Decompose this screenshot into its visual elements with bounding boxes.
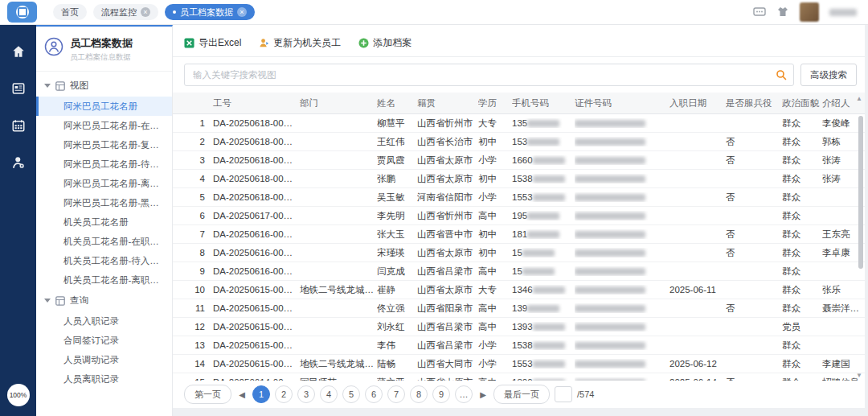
calendar-icon[interactable]: [11, 118, 26, 133]
topbar-tab[interactable]: 员工档案数据 ×: [165, 4, 255, 20]
column-header[interactable]: 入职日期: [669, 97, 726, 109]
cell-name: 柳慧平: [377, 117, 417, 130]
cell-join-date: 2025-06-12: [669, 359, 726, 369]
sidebar-view-item[interactable]: 机关员工花名册: [36, 212, 172, 232]
table-row[interactable]: 1 DA-20250618-00005 柳慧平 山西省忻州市 大专 135 群众…: [173, 114, 865, 133]
column-header[interactable]: 手机号码: [512, 97, 575, 109]
page-number-button[interactable]: 7: [387, 385, 405, 403]
column-header[interactable]: 籍贯: [417, 97, 478, 109]
column-header[interactable]: 姓名: [377, 97, 417, 109]
cell-origin: 山西省吕梁市: [417, 266, 478, 278]
cell-education: 小学: [478, 358, 512, 370]
page-number-button[interactable]: 9: [432, 385, 450, 403]
report-icon[interactable]: [11, 81, 26, 96]
zoom-level-badge[interactable]: 100%: [7, 384, 30, 406]
sidebar-section-header[interactable]: 查询: [36, 290, 172, 311]
scroll-down-icon[interactable]: ▼: [856, 373, 862, 379]
sidebar-view-item[interactable]: 阿米巴员工花名册-在职人员: [36, 116, 172, 135]
topbar-tab[interactable]: 流程监控 ×: [93, 4, 158, 20]
table-row[interactable]: 3 DA-20250618-00003 贾凤霞 山西省太原市 小学 1660 否…: [173, 151, 865, 170]
table-row[interactable]: 13 DA-20250615-00002 李伟 山西省吕梁市 小学 1538 群…: [173, 336, 865, 355]
table-row[interactable]: 7 DA-20250616-00003 张大玉 山西省晋中市 初中 181 否 …: [173, 225, 865, 244]
cell-education: 小学: [478, 154, 512, 167]
cell-cert-number: [575, 377, 669, 381]
next-page-icon[interactable]: ▶: [477, 390, 489, 399]
cell-employee-id: DA-20250618-00001: [205, 192, 297, 202]
tab-close-icon[interactable]: ×: [237, 7, 247, 17]
scroll-up-icon[interactable]: ▲: [856, 96, 862, 102]
sidebar-view-item[interactable]: 人员入职记录: [36, 311, 172, 331]
column-header[interactable]: 工号: [205, 97, 297, 109]
page-number-button[interactable]: 2: [275, 385, 293, 403]
home-icon[interactable]: [11, 44, 26, 59]
page-number-button[interactable]: 3: [297, 385, 315, 403]
table-scrollbar[interactable]: [858, 116, 863, 269]
cell-phone: 1538: [512, 340, 575, 350]
page-number-button[interactable]: 5: [342, 385, 360, 403]
cell-origin: 山西省大同市: [417, 358, 478, 370]
table-row[interactable]: 2 DA-20250618-00004 王红伟 山西省长治市 初中 153 否 …: [173, 133, 865, 151]
add-archive-button[interactable]: 添加档案: [358, 36, 411, 50]
cell-education: 高中: [478, 321, 512, 333]
table-row[interactable]: 14 DA-20250615-00001 地铁二号线龙城公园站 陆畅 山西省大同…: [173, 355, 865, 373]
table-row[interactable]: 6 DA-20250617-00001 李先明 山西省忻州市 高中 195 群众: [173, 207, 865, 225]
sidebar-view-item[interactable]: 阿米巴员工花名册-黑名单人员: [36, 193, 172, 212]
table-row[interactable]: 12 DA-20250615-00003 刘永红 山西省吕梁市 高中 1393 …: [173, 318, 865, 336]
sidebar-view-item[interactable]: 合同签订记录: [36, 331, 172, 350]
sidebar-view-item[interactable]: 阿米巴员工花名册: [36, 97, 172, 116]
column-header[interactable]: 证件号码: [575, 97, 669, 109]
table-row[interactable]: 9 DA-20250616-00001 闫克成 山西省吕梁市 高中 15 群众: [173, 262, 865, 281]
search-icon[interactable]: [776, 69, 787, 80]
table-row[interactable]: 10 DA-20250615-00005 地铁二号线龙城公园站 崔静 山西省太原…: [173, 281, 865, 299]
table-row[interactable]: 8 DA-20250616-00002 宋瑾瑛 山西省太原市 初中 15 否 群…: [173, 244, 865, 262]
page-number-button[interactable]: 4: [320, 385, 338, 403]
avatar[interactable]: [800, 2, 819, 22]
table-row[interactable]: 4 DA-20250618-00002 张鹏 山西省太原市 初中 1538 群众…: [173, 170, 865, 188]
prev-page-icon[interactable]: ◀: [236, 390, 248, 399]
topbar-tab[interactable]: 首页: [53, 4, 87, 20]
sidebar-view-item[interactable]: 阿米巴员工花名册-复职人员: [36, 135, 172, 154]
topbar: 首页 流程监控 × 员工档案数据 ×: [0, 0, 868, 25]
phone-redacted: [522, 268, 555, 275]
update-to-org-employee-button[interactable]: 更新为机关员工: [259, 36, 341, 50]
cell-origin: 河南省信阳市: [417, 192, 478, 204]
user-settings-icon[interactable]: [11, 155, 26, 170]
export-excel-button[interactable]: 导出Excel: [184, 36, 241, 50]
cell-employee-id: DA-20250615-00003: [205, 322, 297, 332]
page-number-button[interactable]: 6: [365, 385, 383, 403]
cell-political-status: 群众: [782, 303, 822, 315]
search-row: 高级搜索: [173, 57, 865, 93]
sidebar-section-header[interactable]: 视图: [36, 75, 172, 97]
table-row[interactable]: 15 DA-20250614-00001 国民师范 薄文亚 山西省太原市 高中 …: [173, 373, 865, 381]
message-icon[interactable]: [753, 6, 766, 19]
sidebar-view-item[interactable]: 机关员工花名册-离职人员: [36, 270, 172, 290]
cell-phone: 1553: [512, 192, 575, 202]
page-number-button[interactable]: …: [455, 385, 473, 403]
last-page-button[interactable]: 最后一页: [493, 385, 550, 404]
page-number-button[interactable]: 1: [252, 385, 270, 403]
sidebar-view-item[interactable]: 机关员工花名册-待入职人员: [36, 251, 172, 270]
cell-cert-number: [575, 229, 669, 239]
first-page-button[interactable]: 第一页: [184, 385, 231, 404]
table-row[interactable]: 5 DA-20250618-00001 吴玉敏 河南省信阳市 小学 1553 否…: [173, 188, 865, 207]
cell-political-status: 群众: [782, 358, 822, 370]
sidebar-view-item[interactable]: 人员调动记录: [36, 350, 172, 369]
theme-icon[interactable]: [776, 6, 789, 19]
page-number-button[interactable]: 8: [410, 385, 428, 403]
sidebar-view-item[interactable]: 人员离职记录: [36, 369, 172, 389]
app-logo[interactable]: [7, 2, 37, 23]
search-input[interactable]: [191, 69, 776, 80]
column-header[interactable]: 是否服兵役: [726, 97, 782, 109]
table-row[interactable]: 11 DA-20250615-00004 佟立强 山西省阳泉市 高中 139 否…: [173, 299, 865, 318]
advanced-search-button[interactable]: 高级搜索: [800, 64, 857, 86]
column-header[interactable]: 政治面貌: [782, 97, 822, 109]
sidebar-view-item[interactable]: 阿米巴员工花名册-离职人员: [36, 174, 172, 193]
tab-close-icon[interactable]: ×: [141, 7, 150, 17]
cert-redacted: [575, 212, 645, 220]
sidebar-view-item[interactable]: 机关员工花名册-在职人员: [36, 232, 172, 251]
column-header[interactable]: 部门: [297, 97, 377, 109]
cell-education: 大专: [478, 284, 512, 296]
sidebar-view-item[interactable]: 阿米巴员工花名册-待入职人员: [36, 154, 172, 174]
column-header[interactable]: 学历: [478, 97, 512, 109]
page-jump-input[interactable]: [555, 386, 572, 402]
